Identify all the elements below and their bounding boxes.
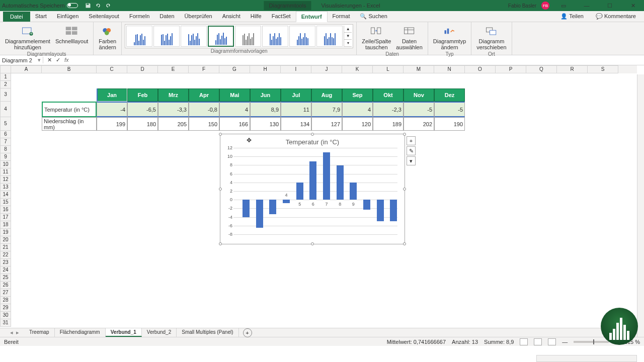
chart-bar[interactable] (350, 183, 357, 200)
sheet-tab[interactable]: Small Multiples (Panel) (177, 328, 238, 337)
avatar[interactable]: FB (541, 2, 549, 10)
cell[interactable]: -2,3 (373, 102, 404, 117)
normal-view-button[interactable] (520, 338, 528, 345)
select-all-corner[interactable] (0, 65, 11, 73)
tab-hilfe[interactable]: Hilfe (246, 11, 267, 22)
cell[interactable]: Dez (434, 88, 465, 102)
cell[interactable]: 7,9 (311, 102, 342, 117)
cell[interactable]: 4 (219, 102, 250, 117)
row-header[interactable]: 26 (0, 282, 11, 289)
row-header[interactable]: 17 (0, 214, 11, 221)
tab-ansicht[interactable]: Ansicht (217, 11, 246, 22)
undo-icon[interactable] (95, 3, 101, 9)
vertical-scrollbar[interactable] (637, 74, 644, 337)
row-header[interactable]: 6 (0, 131, 11, 138)
column-header[interactable]: O (465, 65, 496, 73)
cell[interactable]: 134 (281, 117, 311, 131)
column-header[interactable]: K (342, 65, 373, 73)
chart-styles-button[interactable]: ✎ (407, 146, 416, 155)
search-button[interactable]: 🔍 Suchen (355, 11, 392, 22)
chart-bar[interactable] (377, 200, 384, 221)
cell[interactable]: 202 (404, 117, 434, 131)
tab-überprüfen[interactable]: Überprüfen (180, 11, 217, 22)
tab-einfügen[interactable]: Einfügen (52, 11, 84, 22)
tab-formeln[interactable]: Formeln (124, 11, 154, 22)
tab-factset[interactable]: FactSet (267, 11, 296, 22)
column-header[interactable]: S (588, 65, 618, 73)
row-header[interactable]: 15 (0, 199, 11, 206)
column-header[interactable]: J (311, 65, 342, 73)
cell[interactable]: Jun (250, 88, 281, 102)
quick-layout-button[interactable]: Schnelllayout (53, 24, 90, 45)
chart-plot-area[interactable]: 121086420-2-4-6-8 456789 (233, 148, 397, 234)
chart-bar[interactable] (363, 200, 370, 210)
chart-style-option[interactable] (262, 26, 288, 47)
row-header[interactable]: 1 (0, 73, 11, 81)
row-header[interactable]: 21 (0, 244, 11, 251)
close-icon[interactable]: ✕ (624, 0, 642, 11)
cell[interactable]: -3,3 (158, 102, 189, 117)
sheet-tab[interactable]: Flächendiagramm (55, 328, 106, 337)
chart-style-option[interactable] (235, 26, 261, 47)
row-header[interactable]: 2 (0, 81, 11, 88)
chart-bar[interactable] (256, 200, 263, 228)
cell[interactable]: 11 (281, 102, 311, 117)
worksheet-grid[interactable]: ABCDEFGHIJKLMNOPQRS 12345678910111213141… (0, 65, 644, 328)
chart-style-option[interactable] (289, 26, 315, 47)
ribbon-options-icon[interactable]: ▭ (554, 0, 573, 11)
cell[interactable]: 199 (97, 117, 127, 131)
row-header[interactable]: 4 (0, 102, 11, 117)
sheet-tab[interactable]: Treemap (24, 328, 55, 337)
switch-row-column-button[interactable]: Zeile/Spalte tauschen (360, 24, 393, 51)
sheet-tab[interactable]: Verbund_2 (142, 328, 177, 337)
cell[interactable]: Feb (127, 88, 158, 102)
gallery-down-icon[interactable]: ▼ (344, 33, 352, 40)
cell[interactable]: Apr (189, 88, 219, 102)
column-header[interactable]: M (404, 65, 434, 73)
gallery-more-icon[interactable]: ▾ (344, 40, 352, 47)
insert-function-icon[interactable]: fx (64, 57, 69, 63)
cell[interactable]: 127 (311, 117, 342, 131)
autosave-toggle[interactable]: Automatisches Speichern (2, 3, 78, 9)
cell[interactable]: Nov (404, 88, 434, 102)
row-header[interactable]: 13 (0, 184, 11, 191)
tab-seitenlayout[interactable]: Seitenlayout (84, 11, 124, 22)
row-header[interactable]: 20 (0, 236, 11, 244)
row-header[interactable]: 22 (0, 251, 11, 259)
row-header[interactable]: 23 (0, 259, 11, 266)
row-header[interactable]: 12 (0, 176, 11, 184)
save-icon[interactable] (85, 3, 91, 9)
column-header[interactable]: N (434, 65, 465, 73)
minimize-icon[interactable]: — (578, 0, 596, 11)
chart-bar[interactable] (296, 183, 303, 200)
column-header[interactable]: I (281, 65, 311, 73)
row-header[interactable]: 16 (0, 206, 11, 214)
row-header[interactable]: 9 (0, 153, 11, 161)
chart-bar[interactable] (243, 200, 250, 217)
row-header[interactable]: 18 (0, 221, 11, 229)
change-colors-button[interactable]: Farben ändern (97, 24, 118, 51)
row-header[interactable]: 5 (0, 117, 11, 131)
tab-file[interactable]: Datei (3, 12, 30, 22)
add-sheet-button[interactable]: + (243, 328, 252, 337)
cell[interactable]: 189 (373, 117, 404, 131)
row-header[interactable]: 24 (0, 266, 11, 274)
chart-bar[interactable] (269, 200, 276, 214)
add-chart-element-button[interactable]: +Diagrammelement hinzufügen (3, 24, 52, 51)
cell[interactable]: Mai (219, 88, 250, 102)
cell[interactable]: 150 (189, 117, 219, 131)
row-header[interactable]: 7 (0, 138, 11, 146)
column-header[interactable]: G (219, 65, 250, 73)
cell[interactable]: 130 (250, 117, 281, 131)
row-header[interactable]: 30 (0, 312, 11, 319)
column-header[interactable]: B (42, 65, 97, 73)
column-header[interactable]: F (189, 65, 219, 73)
row-header[interactable]: 14 (0, 191, 11, 199)
cell[interactable]: Aug (311, 88, 342, 102)
comments-button[interactable]: 💬 Kommentare (591, 11, 641, 22)
chart-style-option[interactable] (153, 26, 180, 47)
tab-entwurf[interactable]: Entwurf (296, 11, 328, 22)
cell[interactable]: -4 (97, 102, 127, 117)
column-header[interactable]: Q (526, 65, 557, 73)
gallery-up-icon[interactable]: ▲ (344, 26, 352, 33)
